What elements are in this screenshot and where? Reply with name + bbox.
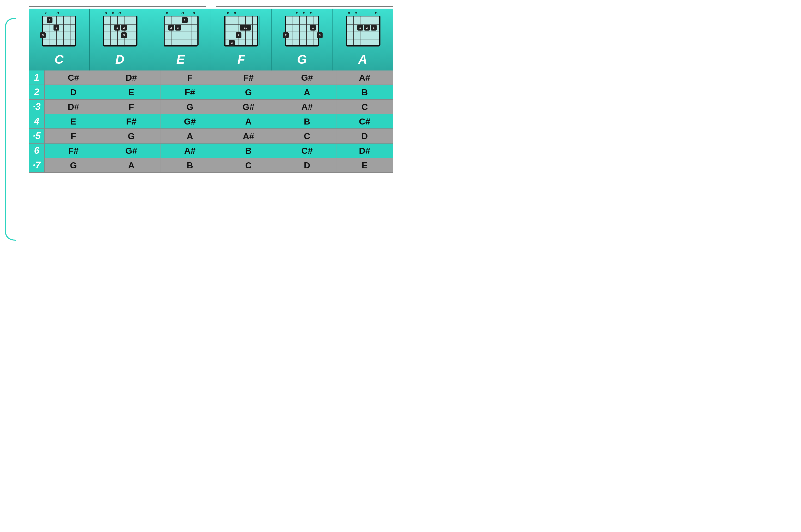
fret-line-4 xyxy=(286,46,318,47)
string-line-4 xyxy=(252,16,253,45)
string-line-3 xyxy=(306,16,307,45)
string-line-3 xyxy=(367,16,367,45)
fret-line-2 xyxy=(347,32,379,32)
table-row-4: ·5FGAA#CD xyxy=(29,129,393,143)
string-line-2 xyxy=(117,16,118,45)
chord-cell-1-4: A xyxy=(278,85,336,99)
chord-cell-5-3: B xyxy=(219,143,278,158)
diagram-cell-D: XXO123D xyxy=(90,8,151,71)
guitar-diagram-G: 123 xyxy=(285,16,319,50)
string-line-0 xyxy=(225,16,226,45)
chord-cell-6-4: D xyxy=(278,158,336,173)
string-line-3 xyxy=(63,16,64,45)
fret-num-1: 2 xyxy=(29,85,45,99)
fret-line-3 xyxy=(43,39,75,39)
fret-grid-F: 1123 xyxy=(224,16,258,46)
chord-cell-6-5: E xyxy=(337,158,393,173)
string-label-E-5: X xyxy=(193,11,195,15)
string-line-4 xyxy=(70,16,71,45)
string-line-2 xyxy=(178,16,178,45)
fret-grid-A: 123 xyxy=(346,16,380,46)
diagram-cell-F: XX1123F xyxy=(211,8,272,71)
string-labels-G: OOO xyxy=(285,11,319,15)
capo-fret-label xyxy=(23,82,28,173)
chord-cell-5-2: A# xyxy=(160,143,219,158)
chord-cell-5-5: D# xyxy=(337,143,393,158)
chord-cell-3-1: F# xyxy=(102,114,160,129)
chord-cell-0-3: F# xyxy=(219,71,278,85)
string-line-2 xyxy=(56,16,57,45)
chord-cell-5-0: F# xyxy=(45,143,102,158)
chord-cell-3-4: B xyxy=(278,114,336,129)
chord-cell-4-5: D xyxy=(337,129,393,143)
chord-name-C: C xyxy=(55,52,64,66)
fret-line-3 xyxy=(286,39,318,39)
string-line-3 xyxy=(124,16,125,45)
string-line-0 xyxy=(286,16,286,45)
fret-num-0: 1 xyxy=(29,71,45,85)
string-line-3 xyxy=(245,16,246,45)
finger-dot-D-3: 3 xyxy=(121,32,127,38)
fret-line-3 xyxy=(165,39,197,39)
string-line-0 xyxy=(103,16,104,45)
table-row-6: ·7GABCDE xyxy=(29,158,393,173)
string-label-A-0: X xyxy=(348,11,350,15)
finger-dot-F-11: 11 xyxy=(240,25,251,31)
fret-line-2 xyxy=(43,32,75,32)
chord-cell-2-0: D# xyxy=(45,99,102,114)
string-line-1 xyxy=(110,16,111,45)
table-row-1: 2DEF#GAB xyxy=(29,85,393,99)
diagram-cell-C: XO123C xyxy=(29,8,90,71)
string-label-G-3: O xyxy=(303,11,305,15)
chart-outer: XO123CXXO123DXOX123EXX1123FOOO123GXOO123… xyxy=(23,8,393,173)
string-label-C-0: X xyxy=(45,11,47,15)
fret-line-1 xyxy=(165,24,197,24)
header-line-right xyxy=(216,6,393,6)
fret-line-4 xyxy=(43,46,75,47)
chord-cell-1-2: F# xyxy=(160,85,219,99)
string-line-4 xyxy=(131,16,131,45)
chord-cell-2-1: F xyxy=(102,99,160,114)
finger-dot-E-3: 3 xyxy=(175,25,181,31)
fret-num-4: ·5 xyxy=(29,129,45,143)
fret-line-1 xyxy=(103,24,136,24)
chord-cell-2-5: C xyxy=(337,99,393,114)
string-label-G-2: O xyxy=(296,11,299,15)
guitar-diagram-C: 123 xyxy=(42,16,76,50)
fret-line-1 xyxy=(225,24,258,24)
string-line-1 xyxy=(292,16,293,45)
fret-line-2 xyxy=(165,32,197,32)
string-line-0 xyxy=(165,16,165,45)
fret-grid-D: 123 xyxy=(103,16,137,46)
string-label-E-0: X xyxy=(166,11,168,15)
chord-cell-0-4: G# xyxy=(278,71,336,85)
string-line-4 xyxy=(313,16,313,45)
string-labels-F: XX xyxy=(224,11,258,15)
chord-cell-5-1: G# xyxy=(102,143,160,158)
finger-dot-G-3: 3 xyxy=(317,32,323,38)
diagram-cell-G: OOO123G xyxy=(272,8,333,71)
table-row-5: 6F#G#A#BC#D# xyxy=(29,143,393,158)
string-label-F-1: X xyxy=(234,11,236,15)
string-line-5 xyxy=(259,16,260,45)
string-label-D-1: X xyxy=(112,11,114,15)
finger-dot-A-3: 3 xyxy=(371,25,377,31)
finger-dot-E-1: 1 xyxy=(182,17,188,23)
chord-cell-4-2: A xyxy=(160,129,219,143)
chord-name-A: A xyxy=(358,52,367,66)
chord-cell-4-4: C xyxy=(278,129,336,143)
guitar-diagram-F: 1123 xyxy=(224,16,258,50)
chord-name-E: E xyxy=(176,52,185,66)
string-line-2 xyxy=(299,16,300,45)
chord-cell-4-3: A# xyxy=(219,129,278,143)
chord-cell-0-5: A# xyxy=(337,71,393,85)
guitar-diagram-D: 123 xyxy=(103,16,137,50)
chord-cell-0-0: C# xyxy=(45,71,102,85)
diagram-header: XO123CXXO123DXOX123EXX1123FOOO123GXOO123… xyxy=(29,8,393,71)
chord-cell-5-4: C# xyxy=(278,143,336,158)
finger-dot-C-1: 1 xyxy=(47,17,53,23)
chord-cell-6-0: G xyxy=(45,158,102,173)
chord-cell-2-3: G# xyxy=(219,99,278,114)
chord-cell-3-0: E xyxy=(45,114,102,129)
finger-dot-F-3: 3 xyxy=(229,40,235,46)
